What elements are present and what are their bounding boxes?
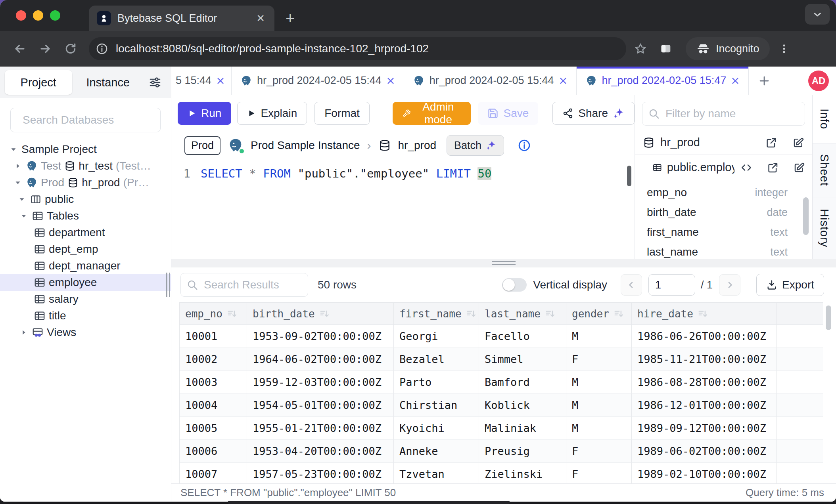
next-page-button[interactable] [719, 274, 740, 296]
cell-hire_date[interactable]: 1986-08-28T00:00:00Z [632, 371, 777, 394]
cell-first_name[interactable]: Kyoichi [394, 417, 479, 440]
cell-last_name[interactable]: Facello [479, 325, 566, 348]
sql-editor[interactable]: 1 SELECT * FROM "public"."employee" LIMI… [171, 159, 635, 259]
tree-item-dept-manager[interactable]: dept_manager [0, 258, 171, 274]
worksheet-tab-1[interactable]: 5 15:44 [171, 67, 232, 95]
tree-item-hr-prod[interactable]: Prodhr_prod(Pr… [0, 174, 171, 191]
chevron-down-icon[interactable] [13, 178, 23, 187]
column-header-emp_no[interactable]: emp_no [180, 303, 247, 325]
cell-hire_date[interactable]: 1989-02-10T00:00:00Z [632, 463, 777, 483]
cell-gender[interactable]: M [566, 325, 632, 348]
chevron-down-icon[interactable] [17, 195, 27, 204]
cell-last_name[interactable]: Koblick [479, 394, 566, 417]
chevron-right-icon[interactable] [13, 162, 23, 170]
side-tab-info[interactable]: Info [813, 95, 836, 143]
sidebar-settings-icon[interactable] [144, 76, 166, 89]
cell-gender[interactable]: M [566, 394, 632, 417]
back-icon[interactable] [9, 38, 31, 60]
side-panel-icon[interactable] [655, 38, 677, 60]
sidebar-resize-handle[interactable] [166, 273, 170, 297]
divider-drag-handle[interactable] [492, 261, 516, 267]
cell-emp_no[interactable]: 10005 [180, 417, 247, 440]
edit-table-icon[interactable] [793, 162, 805, 174]
prev-page-button[interactable] [621, 274, 642, 296]
editor-scrollbar[interactable] [627, 166, 631, 186]
cell-gender[interactable]: F [566, 348, 632, 371]
new-browser-tab-button[interactable]: + [286, 10, 295, 26]
cell-emp_no[interactable]: 10007 [180, 463, 247, 483]
cell-birth_date[interactable]: 1955-01-21T00:00:00Z [247, 417, 394, 440]
batch-mode-button[interactable]: Batch [447, 135, 504, 156]
worksheet-tab-4[interactable]: hr_prod 2024-02-05 15:47 [577, 67, 749, 95]
cell-birth_date[interactable]: 1959-12-03T00:00:00Z [247, 371, 394, 394]
database-name[interactable]: hr_prod [398, 139, 437, 152]
tree-item-employee[interactable]: employee [0, 274, 171, 291]
column-header-birth_date[interactable]: birth_date [247, 303, 394, 325]
schema-database-row[interactable]: hr_prod [635, 130, 812, 155]
schema-filter-input[interactable] [665, 107, 799, 120]
cell-last_name[interactable]: Simmel [479, 348, 566, 371]
cell-gender[interactable]: M [566, 417, 632, 440]
reload-icon[interactable] [59, 38, 82, 60]
panel-divider[interactable] [171, 259, 836, 267]
sort-icon[interactable] [466, 308, 477, 319]
close-tab-icon[interactable] [386, 76, 395, 85]
results-search[interactable] [180, 273, 308, 297]
tree-item-salary[interactable]: salary [0, 291, 171, 307]
tree-item-title[interactable]: title [0, 307, 171, 324]
cell-last_name[interactable]: Maliniak [479, 417, 566, 440]
sort-icon[interactable] [545, 308, 556, 319]
connection-info-icon[interactable] [518, 139, 531, 152]
minimize-window-button[interactable] [33, 10, 43, 21]
close-window-button[interactable] [16, 10, 26, 21]
cell-first_name[interactable]: Bezalel [394, 348, 479, 371]
tree-item-dept-emp[interactable]: dept_emp [0, 241, 171, 258]
cell-first_name[interactable]: Chirstian [394, 394, 479, 417]
cell-first_name[interactable]: Tzvetan [394, 463, 479, 483]
schema-filter[interactable] [642, 102, 805, 126]
admin-mode-button[interactable]: Admin mode [393, 102, 471, 125]
results-search-input[interactable] [203, 278, 302, 292]
side-tab-history[interactable]: History [813, 197, 836, 259]
instance-name[interactable]: Prod Sample Instance [251, 139, 360, 152]
forward-icon[interactable] [34, 38, 56, 60]
view-ddl-icon[interactable] [740, 161, 753, 174]
url-field[interactable]: localhost:8080/sql-editor/prod-sample-in… [89, 37, 626, 60]
tree-item-public[interactable]: public [0, 191, 171, 208]
chevron-down-icon[interactable] [9, 145, 18, 154]
site-info-icon[interactable] [93, 40, 111, 58]
cell-hire_date[interactable]: 1989-09-12T00:00:00Z [632, 417, 777, 440]
sort-icon[interactable] [697, 308, 708, 319]
export-button[interactable]: Export [756, 274, 824, 296]
cell-hire_date[interactable]: 1986-06-26T00:00:00Z [632, 325, 777, 348]
explain-button[interactable]: Explain [237, 102, 307, 125]
sort-icon[interactable] [226, 308, 238, 319]
schema-table-row[interactable]: public.employe [635, 155, 812, 180]
bookmark-star-icon[interactable] [629, 38, 652, 60]
column-header-gender[interactable]: gender [566, 303, 632, 325]
save-button[interactable]: Save [478, 102, 538, 125]
worksheet-tab-3[interactable]: hr_prod 2024-02-05 15:44 [404, 67, 577, 95]
cell-emp_no[interactable]: 10003 [180, 371, 247, 394]
tree-item-sample-project[interactable]: Sample Project [0, 141, 171, 158]
open-database-icon[interactable] [765, 137, 777, 149]
database-search[interactable] [10, 108, 161, 132]
cell-birth_date[interactable]: 1953-04-20T00:00:00Z [247, 440, 394, 463]
sort-icon[interactable] [319, 308, 330, 319]
cell-hire_date[interactable]: 1989-06-02T00:00:00Z [632, 440, 777, 463]
browser-menu-icon[interactable] [773, 38, 795, 60]
browser-tab[interactable]: Bytebase SQL Editor ✕ [89, 6, 274, 31]
column-header-hire_date[interactable]: hire_date [632, 303, 777, 325]
cell-hire_date[interactable]: 1986-12-01T00:00:00Z [632, 394, 777, 417]
cell-last_name[interactable]: Preusig [479, 440, 566, 463]
tree-item-tables[interactable]: Tables [0, 208, 171, 224]
cell-gender[interactable]: F [566, 440, 632, 463]
cell-birth_date[interactable]: 1953-09-02T00:00:00Z [247, 325, 394, 348]
new-worksheet-button[interactable] [749, 67, 780, 95]
run-button[interactable]: Run [178, 102, 231, 125]
database-search-input[interactable] [22, 113, 167, 127]
tree-item-hr-test[interactable]: Testhr_test(Test… [0, 158, 171, 174]
chevron-down-icon[interactable] [19, 212, 29, 220]
side-tab-sheet[interactable]: Sheet [813, 143, 836, 197]
cell-birth_date[interactable]: 1954-05-01T00:00:00Z [247, 394, 394, 417]
